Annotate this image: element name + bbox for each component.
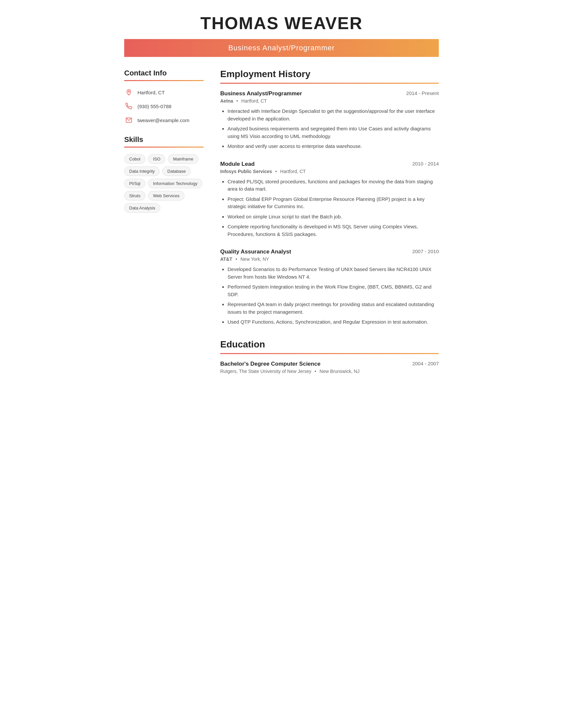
contact-section: Contact Info Hartford, CT (124, 69, 204, 125)
job-block: Quality Assurance Analyst2007 - 2010AT&T… (220, 249, 439, 326)
bullet-item: Performed System Integration testing in … (227, 283, 439, 298)
location-text: Hartford, CT (137, 90, 165, 95)
jobs-container: Business Analyst/Programmer2014 - Presen… (220, 90, 439, 326)
edu-degree: Bachelor's Degree Computer Science (220, 361, 321, 367)
phone-icon (124, 102, 133, 111)
contact-title: Contact Info (124, 69, 204, 77)
bullet-item: Represented QA team in daily project mee… (227, 301, 439, 316)
skill-tag: Pl/Sql (124, 179, 145, 188)
bullet-item: Interacted with Interface Design Special… (227, 108, 439, 122)
job-title: Quality Assurance Analyst (220, 249, 291, 255)
edu-container: Bachelor's Degree Computer Science2004 -… (220, 361, 439, 374)
job-bullets: Interacted with Interface Design Special… (227, 108, 439, 150)
skills-list: CobolISOMainframeData IntegrityDatabaseP… (124, 154, 204, 213)
job-block: Module Lead2010 - 2014Infosys Public Ser… (220, 161, 439, 238)
svg-point-0 (128, 91, 129, 92)
job-block: Business Analyst/Programmer2014 - Presen… (220, 90, 439, 150)
location-icon (124, 88, 133, 97)
phone-item: (930) 555-0788 (124, 102, 204, 111)
job-bullets: Created PL/SQL stored procedures, functi… (227, 178, 439, 238)
job-dates: 2010 - 2014 (412, 161, 439, 166)
skill-tag: Mainframe (168, 154, 198, 164)
skill-tag: Information Technology (148, 179, 202, 188)
body-columns: Contact Info Hartford, CT (124, 69, 439, 378)
job-header: Quality Assurance Analyst2007 - 2010 (220, 249, 439, 255)
edu-dates: 2004 - 2007 (412, 361, 439, 366)
skill-tag: ISO (148, 154, 165, 164)
skill-tag: Data Analysis (124, 203, 160, 213)
job-title: Module Lead (220, 161, 255, 167)
education-title: Education (220, 339, 439, 350)
job-meta: Aetna • Hartford, CT (220, 98, 439, 104)
contact-divider (124, 80, 204, 81)
bullet-item: Created PL/SQL stored procedures, functi… (227, 178, 439, 193)
job-header: Business Analyst/Programmer2014 - Presen… (220, 90, 439, 97)
email-icon (124, 115, 133, 125)
job-title-header: Business Analyst/Programmer (228, 44, 335, 52)
bullet-item: Analyzed business requirements and segre… (227, 125, 439, 140)
bullet-item: Used QTP Functions, Actions, Synchroniza… (227, 318, 439, 326)
right-column: Employment History Business Analyst/Prog… (220, 69, 439, 378)
bullet-item: Complete reporting functionality is deve… (227, 223, 439, 238)
bullet-item: Monitor and verify user access to enterp… (227, 143, 439, 150)
skills-divider (124, 147, 204, 148)
edu-meta: Rutgers, The State University of New Jer… (220, 369, 439, 374)
candidate-name: THOMAS WEAVER (124, 13, 439, 33)
job-dates: 2007 - 2010 (412, 249, 439, 254)
skills-title: Skills (124, 135, 204, 144)
job-title: Business Analyst/Programmer (220, 90, 302, 97)
skills-section: Skills CobolISOMainframeData IntegrityDa… (124, 135, 204, 213)
job-header: Module Lead2010 - 2014 (220, 161, 439, 167)
employment-section: Employment History Business Analyst/Prog… (220, 69, 439, 326)
resume-page: THOMAS WEAVER Business Analyst/Programme… (124, 0, 439, 398)
edu-block: Bachelor's Degree Computer Science2004 -… (220, 361, 439, 374)
bullet-item: Project: Global ERP Program Global Enter… (227, 196, 439, 210)
phone-text: (930) 555-0788 (137, 104, 171, 109)
job-bullets: Developed Scenarios to do Performance Te… (227, 266, 439, 326)
job-meta: AT&T • New York, NY (220, 256, 439, 262)
skill-tag: Web Services (148, 191, 184, 201)
location-item: Hartford, CT (124, 88, 204, 97)
skill-tag: Struts (124, 191, 145, 201)
employment-title: Employment History (220, 69, 439, 79)
edu-header: Bachelor's Degree Computer Science2004 -… (220, 361, 439, 367)
email-text: tweaver@example.com (137, 117, 189, 123)
employment-divider (220, 83, 439, 84)
skill-tag: Cobol (124, 154, 145, 164)
job-dates: 2014 - Present (406, 90, 439, 96)
skill-tag: Data Integrity (124, 166, 160, 176)
education-section: Education Bachelor's Degree Computer Sci… (220, 339, 439, 374)
subtitle-bar: Business Analyst/Programmer (124, 39, 439, 57)
bullet-item: Worked on simple Linux script to start t… (227, 213, 439, 221)
bullet-item: Developed Scenarios to do Performance Te… (227, 266, 439, 281)
education-divider (220, 353, 439, 354)
email-item: tweaver@example.com (124, 115, 204, 125)
job-meta: Infosys Public Services • Hartford, CT (220, 169, 439, 174)
left-column: Contact Info Hartford, CT (124, 69, 204, 213)
skill-tag: Database (162, 166, 191, 176)
